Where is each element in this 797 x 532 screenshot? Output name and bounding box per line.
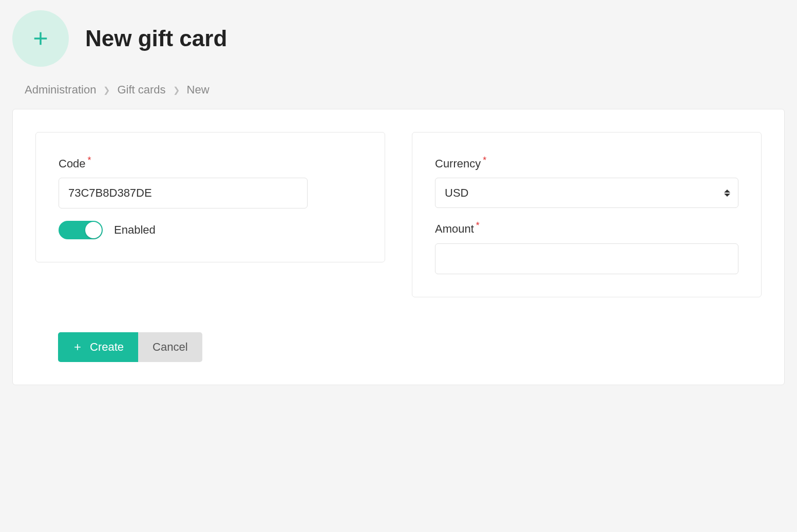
required-star: * [88, 155, 91, 165]
breadcrumb-gift-cards[interactable]: Gift cards [117, 83, 165, 97]
required-star: * [483, 155, 486, 165]
code-panel: Code* Enabled [35, 132, 385, 262]
chevron-right-icon: ❯ [173, 85, 180, 95]
currency-select-wrap: USD [435, 178, 738, 208]
breadcrumb: Administration ❯ Gift cards ❯ New [12, 83, 785, 97]
cancel-button[interactable]: Cancel [138, 332, 202, 362]
required-star: * [476, 220, 480, 231]
plus-icon-circle [12, 10, 69, 67]
currency-field: Currency* USD [435, 155, 738, 208]
currency-label: Currency* [435, 155, 738, 170]
create-button[interactable]: Create [58, 332, 138, 362]
code-label: Code* [59, 155, 362, 170]
enabled-field: Enabled [59, 221, 362, 239]
chevron-right-icon: ❯ [103, 85, 110, 95]
toggle-knob [85, 222, 102, 238]
form-row: Code* Enabled Currency* USD [35, 132, 762, 297]
currency-label-text: Currency [435, 157, 481, 170]
amount-label: Amount* [435, 220, 738, 236]
enabled-label: Enabled [114, 223, 156, 237]
amount-input[interactable] [435, 243, 738, 274]
currency-amount-panel: Currency* USD Amount* [412, 132, 762, 297]
enabled-toggle[interactable] [59, 221, 103, 239]
code-label-text: Code [59, 157, 86, 170]
plus-icon [30, 28, 51, 49]
currency-select[interactable]: USD [435, 178, 738, 208]
amount-field: Amount* [435, 220, 738, 274]
code-field: Code* [59, 155, 362, 208]
form-card: Code* Enabled Currency* USD [12, 109, 785, 385]
page-title: New gift card [85, 26, 227, 51]
cancel-button-label: Cancel [153, 340, 187, 354]
plus-icon [72, 342, 83, 352]
code-input[interactable] [59, 178, 308, 208]
amount-label-text: Amount [435, 223, 474, 236]
create-button-label: Create [90, 340, 124, 354]
form-actions: Create Cancel [35, 332, 762, 362]
breadcrumb-administration[interactable]: Administration [25, 83, 96, 97]
breadcrumb-current: New [187, 83, 210, 97]
page-header: New gift card [12, 10, 785, 67]
